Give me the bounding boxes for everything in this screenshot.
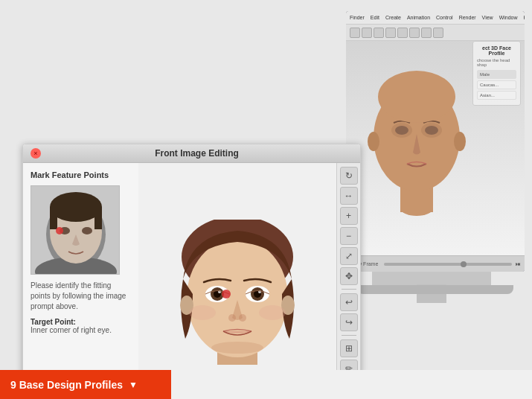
svg-point-3 [368,132,379,151]
svg-point-4 [454,132,466,151]
monitor-screen: Finder Edit Create Animation Control Ren… [346,11,525,272]
base-design-profiles-button[interactable]: 9 Base Design Profiles ▼ [0,370,171,399]
menu-animation[interactable]: Animation [407,15,430,20]
menu-view[interactable]: View [482,15,493,20]
face-thumbnail [31,185,120,275]
svg-point-40 [259,305,286,320]
pan-tool-btn[interactable]: ✥ [340,267,358,285]
zoom-out-icon: − [346,231,351,241]
toolbar-icon-8[interactable] [433,28,443,38]
menu-render[interactable]: Render [459,15,476,20]
svg-point-35 [228,314,236,322]
timeline-bar: ▶ By Frame ⏭ [346,255,525,272]
menu-create[interactable]: Create [385,15,401,20]
svg-point-8 [425,126,438,135]
instructions-text: Please identify the fitting points by fo… [31,281,131,312]
svg-point-37 [211,342,263,354]
right-panel: ect 3D Face Profile choose the head shap… [472,41,521,106]
dialog-front-image-editing: × Front Image Editing Mark Feature Point… [22,144,361,399]
svg-point-7 [395,126,408,135]
panel-option-asian[interactable]: Asian... [477,91,516,100]
zoom-out-tool-btn[interactable]: − [340,227,358,245]
left-panel: Mark Feature Points [23,163,138,399]
fit-tool-btn[interactable]: ⤢ [340,247,358,265]
undo-tool-btn[interactable]: ↩ [340,293,358,311]
panel-subtitle: choose the head shap [477,58,516,67]
dialog-close-button[interactable]: × [31,148,41,159]
toolbar-separator-2 [342,335,356,336]
toolbar-icon-4[interactable] [385,28,396,38]
app-menubar: Finder Edit Create Animation Control Ren… [346,11,525,25]
dialog-title-bar: × Front Image Editing [23,144,360,163]
svg-point-38 [222,290,231,299]
mark-feature-title: Mark Feature Points [31,170,131,179]
zoom-in-tool-btn[interactable]: + [340,207,358,225]
woman-face-container [152,220,323,365]
target-point-label: Target Point: [31,318,131,326]
face-image-area[interactable] [138,163,336,399]
svg-point-9 [378,71,455,123]
redo-icon: ↪ [345,317,353,328]
svg-rect-17 [94,207,102,229]
monitor-container: Finder Edit Create Animation Control Ren… [335,0,532,313]
zoom-in-icon: + [346,211,351,221]
svg-rect-16 [50,207,57,229]
menu-edit[interactable]: Edit [371,15,379,20]
timeline-slider[interactable] [384,263,512,266]
redo-tool-btn[interactable]: ↪ [340,313,358,331]
timeline-thumb [461,261,467,267]
toolbar-separator-1 [342,289,356,290]
menu-finder[interactable]: Finder [350,15,365,20]
menu-help[interactable]: Help [524,15,525,20]
app-toolbar [346,25,525,41]
menu-window[interactable]: Window [499,15,518,20]
head-3d-view [357,41,476,234]
toolbar-icon-3[interactable] [374,28,384,38]
layers-icon: ⊞ [345,343,353,354]
toolbar-icon-7[interactable] [421,28,432,38]
dropdown-arrow-icon: ▼ [129,380,138,390]
right-toolbar: ↻ ↔ + − ⤢ ✥ ↩ ↪ [336,163,360,399]
undo-icon: ↩ [345,297,353,307]
svg-point-36 [239,314,246,322]
close-icon: × [33,150,37,157]
monitor-base [357,285,513,294]
screen-content: Finder Edit Create Animation Control Ren… [346,11,525,272]
panel-option-caucasian[interactable]: Caucas... [477,80,516,89]
toolbar-icon-6[interactable] [409,28,420,38]
svg-point-15 [50,192,102,222]
layers-tool-btn[interactable]: ⊞ [340,339,358,357]
svg-point-39 [189,305,216,320]
target-point-desc: Inner corner of right eye. [31,326,131,334]
fit-icon: ⤢ [345,251,353,261]
dialog-body: Mark Feature Points [23,163,360,399]
timeline-end-btn[interactable]: ⏭ [516,261,521,266]
svg-point-24 [187,238,288,357]
toolbar-icon-2[interactable] [362,28,372,38]
flip-icon: ↔ [344,191,353,201]
svg-point-20 [56,227,63,234]
pan-icon: ✥ [345,271,353,281]
menu-control[interactable]: Control [436,15,453,20]
dialog-title: Front Image Editing [41,148,353,159]
flip-tool-btn[interactable]: ↔ [340,187,358,205]
bottom-bar: 9 Base Design Profiles ▼ [0,370,532,399]
svg-point-19 [82,227,92,234]
rotate-icon: ↻ [345,170,353,181]
toolbar-icon-1[interactable] [350,28,360,38]
base-design-label: 9 Base Design Profiles [10,379,123,391]
toolbar-icon-5[interactable] [397,28,408,38]
panel-option-male[interactable]: Male [477,70,516,79]
panel-title: ect 3D Face Profile [477,45,516,56]
rotate-tool-btn[interactable]: ↻ [340,167,358,185]
